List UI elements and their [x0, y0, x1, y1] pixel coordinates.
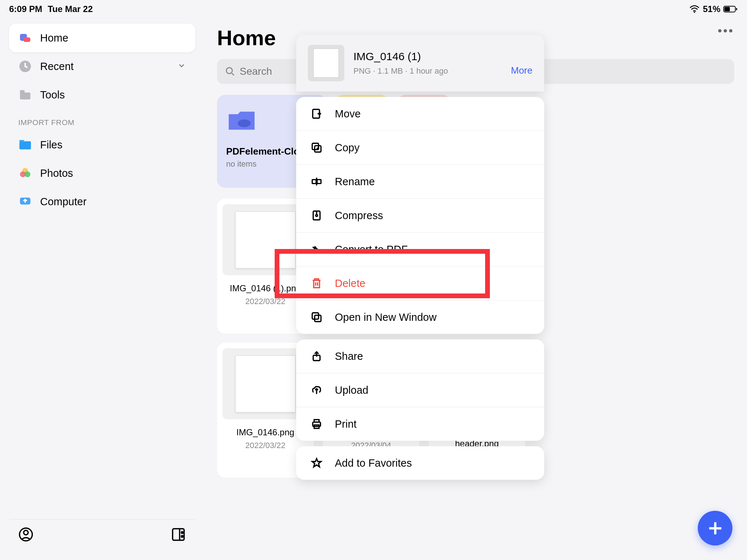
context-more-button[interactable]: More — [511, 65, 533, 76]
convert-icon — [310, 243, 323, 256]
svg-rect-39 — [315, 315, 321, 322]
menu-rename[interactable]: Rename — [296, 165, 544, 199]
context-thumbnail — [308, 45, 344, 81]
upload-icon — [310, 384, 323, 397]
menu-upload[interactable]: Upload — [296, 373, 544, 407]
context-title: IMG_0146 (1) — [353, 50, 502, 63]
copy-icon — [310, 141, 323, 154]
svg-point-35 — [316, 214, 317, 216]
share-icon — [310, 350, 323, 363]
menu-share[interactable]: Share — [296, 339, 544, 373]
svg-rect-31 — [317, 180, 321, 184]
trash-icon — [310, 277, 323, 290]
context-menu: IMG_0146 (1) PNG · 1.1 MB · 1 hour ago M… — [296, 35, 544, 480]
menu-print[interactable]: Print — [296, 407, 544, 441]
menu-compress[interactable]: Compress — [296, 199, 544, 233]
rename-icon — [310, 175, 323, 188]
context-header: IMG_0146 (1) PNG · 1.1 MB · 1 hour ago M… — [296, 35, 544, 92]
move-icon — [310, 107, 323, 120]
menu-add-favorites[interactable]: Add to Favorites — [296, 446, 544, 480]
star-icon — [310, 456, 323, 470]
menu-convert-pdf[interactable]: Convert to PDF — [296, 233, 544, 267]
menu-copy[interactable]: Copy — [296, 131, 544, 165]
menu-open-new-window[interactable]: Open in New Window — [296, 300, 544, 334]
svg-rect-30 — [312, 180, 316, 184]
print-icon — [310, 417, 323, 431]
new-window-icon — [310, 311, 323, 324]
compress-icon — [310, 209, 323, 222]
svg-rect-38 — [312, 313, 318, 319]
context-meta: PNG · 1.1 MB · 1 hour ago — [353, 66, 502, 76]
menu-move[interactable]: Move — [296, 97, 544, 131]
menu-delete[interactable]: Delete — [296, 267, 544, 300]
